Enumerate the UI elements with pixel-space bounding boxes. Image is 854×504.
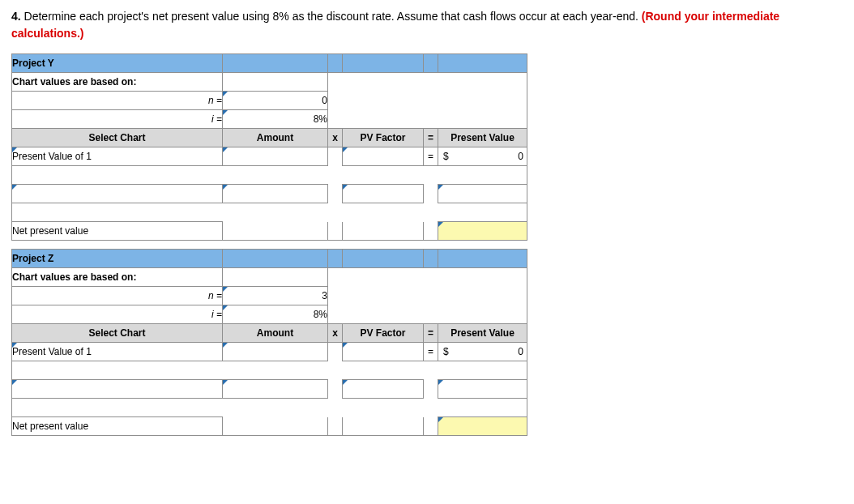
factor-input[interactable] [343,343,424,361]
project-title: Project Y [12,54,223,73]
pv-input[interactable] [438,185,527,203]
question-prompt: 4. Determine each project's net present … [11,8,843,42]
project-y-table: Project Y Chart values are based on: n =… [11,53,527,241]
col-eq: = [424,129,438,147]
npv-label: Net present value [12,417,223,436]
n-label: n = [12,92,223,110]
table-row: Present Value of 1 = $0 [12,343,527,361]
npv-label: Net present value [12,222,223,241]
factor-input[interactable] [343,380,424,399]
col-select-chart: Select Chart [12,324,223,343]
amount-input[interactable] [223,185,328,203]
col-present-value: Present Value [438,324,527,343]
table-row [12,380,527,399]
pv-input[interactable] [438,380,527,399]
project-title: Project Z [12,250,223,268]
eq-cell: = [424,343,438,361]
n-label: n = [12,287,223,305]
eq-cell: = [424,147,438,166]
col-eq: = [424,324,438,343]
chart-select[interactable] [12,380,223,399]
col-x: x [328,129,343,147]
table-row: Present Value of 1 = $0 [12,147,527,166]
chart-select[interactable] [12,185,223,203]
col-pv-factor: PV Factor [343,324,424,343]
chart-select[interactable]: Present Value of 1 [12,343,223,361]
table-row [12,185,527,203]
col-select-chart: Select Chart [12,129,223,147]
col-x: x [328,324,343,343]
col-amount: Amount [223,129,328,147]
question-number: 4. [11,10,21,23]
i-label: i = [12,110,223,129]
factor-input[interactable] [343,147,424,166]
amount-input[interactable] [223,147,328,166]
i-input[interactable]: 8% [223,305,328,324]
n-input[interactable]: 3 [223,287,328,305]
chart-basis-label: Chart values are based on: [12,73,223,92]
col-pv-factor: PV Factor [343,129,424,147]
pv-output: $0 [438,147,527,166]
project-z-table: Project Z Chart values are based on: n =… [11,249,527,436]
pv-output: $0 [438,343,527,361]
amount-input[interactable] [223,343,328,361]
question-text: Determine each project's net present val… [24,10,638,23]
chart-basis-label: Chart values are based on: [12,268,223,287]
factor-input[interactable] [343,185,424,203]
amount-input[interactable] [223,380,328,399]
col-present-value: Present Value [438,129,527,147]
i-label: i = [12,305,223,324]
npv-output[interactable] [438,222,527,241]
n-input[interactable]: 0 [223,92,328,110]
i-input[interactable]: 8% [223,110,328,129]
npv-row: Net present value [12,417,527,436]
npv-output[interactable] [438,417,527,436]
chart-select[interactable]: Present Value of 1 [12,147,223,166]
npv-row: Net present value [12,222,527,241]
col-amount: Amount [223,324,328,343]
